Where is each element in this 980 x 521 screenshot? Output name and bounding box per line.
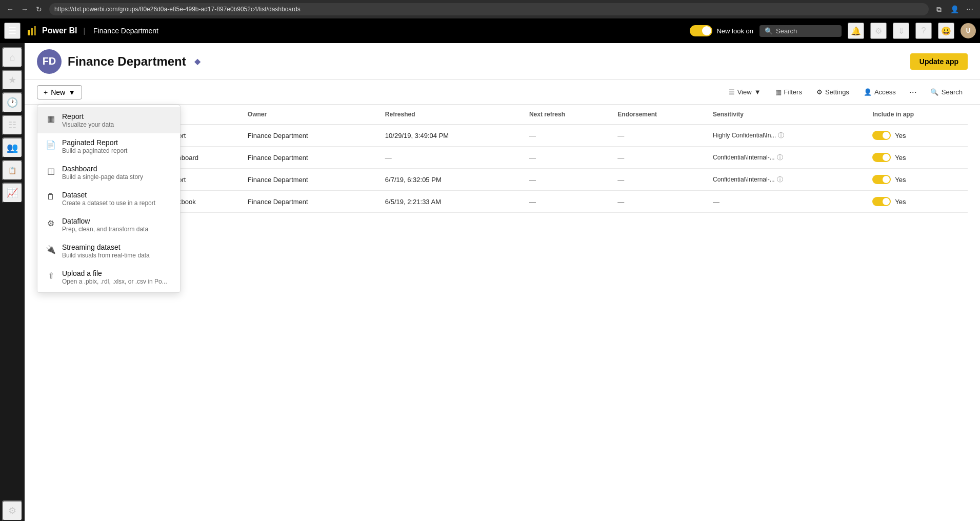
dropdown-item-desc-paginated_report: Build a paginated report [62, 147, 127, 154]
topnav-search-box[interactable]: 🔍 Search [759, 25, 842, 37]
dropdown-item-title-report: Report [62, 112, 114, 121]
profile-button[interactable]: 👤 [948, 3, 961, 15]
filters-action[interactable]: ▦ Filters [770, 86, 807, 98]
cell-endorsement: — [613, 191, 709, 213]
cell-include-in-app: Yes [868, 147, 968, 169]
dropdown-item-report[interactable]: ▦ Report Visualize your data [37, 107, 180, 133]
include-toggle[interactable] [872, 131, 891, 140]
sidebar-recents[interactable]: 🕐 [2, 92, 23, 113]
url-text: https://dxt.powerbi.com/groups/80e26d0a-… [54, 6, 301, 13]
col-next-refresh: Next refresh [525, 105, 613, 125]
extensions-button[interactable]: ⧉ [933, 3, 945, 15]
cell-owner: Finance Department [244, 169, 381, 191]
sidebar-browse[interactable]: 📋 [2, 160, 23, 181]
more-button[interactable]: ··· [905, 85, 921, 99]
workspace-header: FD Finance Department ◆ Update app [25, 43, 980, 80]
back-button[interactable]: ← [4, 3, 16, 15]
toolbar: + New ▼ ☰ View ▼ ▦ Filters ⚙ Settings 👤 … [25, 80, 980, 105]
cell-owner: Finance Department [244, 191, 381, 213]
dropdown-item-paginated_report[interactable]: 📄 Paginated Report Build a paginated rep… [37, 133, 180, 159]
more-options-button[interactable]: ⋯ [964, 3, 976, 15]
update-app-button[interactable]: Update app [910, 53, 968, 70]
sidebar-favorites[interactable]: ★ [2, 70, 23, 90]
cell-sensitivity: — [709, 191, 868, 213]
view-label: View [737, 88, 752, 96]
info-icon[interactable]: ⓘ [777, 176, 783, 183]
browser-actions: ⧉ 👤 ⋯ [933, 3, 976, 15]
cell-next-refresh: — [525, 147, 613, 169]
dropdown-item-upload_file[interactable]: ⇧ Upload a file Open a .pbix, .rdl, .xls… [37, 264, 180, 290]
content-area: FD Finance Department ◆ Update app + New… [25, 43, 980, 521]
sidebar-settings-bottom[interactable]: ⚙ [2, 500, 23, 521]
powerbi-logo: Power BI [27, 25, 77, 36]
refresh-button[interactable]: ↻ [33, 3, 45, 15]
dropdown-item-icon-dashboard: ◫ [46, 166, 56, 176]
cell-refreshed: 6/5/19, 2:21:33 AM [381, 191, 525, 213]
sidebar-metrics[interactable]: 📈 [2, 183, 23, 203]
dropdown-item-icon-dataflow: ⚙ [46, 218, 56, 228]
user-avatar[interactable]: U [961, 23, 976, 38]
col-endorsement: Endorsement [613, 105, 709, 125]
include-label: Yes [895, 176, 906, 184]
cell-refreshed: 10/29/19, 3:49:04 PM [381, 125, 525, 147]
svg-rect-2 [34, 26, 36, 35]
endorsed-icon: ◆ [194, 56, 201, 66]
cell-include-in-app: Yes [868, 125, 968, 147]
browser-nav-buttons: ← → ↻ [4, 3, 45, 15]
cell-sensitivity: Confidential\Internal-...ⓘ [709, 147, 868, 169]
include-toggle[interactable] [872, 197, 891, 206]
address-bar[interactable]: https://dxt.powerbi.com/groups/80e26d0a-… [49, 3, 929, 15]
main-layout: ⌂ ★ 🕐 ☷ 👥 📋 📈 ⚙ FD Finance Department ◆ … [0, 43, 980, 521]
access-action[interactable]: 👤 Access [858, 86, 901, 98]
workspace-avatar: FD [37, 49, 62, 74]
new-look-toggle[interactable] [690, 25, 712, 36]
workspace-name-nav: Finance Department [93, 27, 158, 35]
workspace-avatar-text: FD [43, 55, 56, 67]
search-action[interactable]: 🔍 Search [925, 86, 968, 98]
sidebar-apps[interactable]: ☷ [2, 115, 23, 135]
dropdown-item-streaming_dataset[interactable]: 🔌 Streaming dataset Build visuals from r… [37, 238, 180, 264]
new-look-toggle-container: New look on [690, 25, 753, 36]
filters-label: Filters [784, 88, 802, 96]
sidebar-workspace[interactable]: 👥 [2, 137, 23, 158]
info-icon[interactable]: ⓘ [777, 154, 783, 161]
search-icon: 🔍 [765, 27, 773, 35]
forward-button[interactable]: → [18, 3, 31, 15]
cell-next-refresh: — [525, 191, 613, 213]
cell-refreshed: — [381, 147, 525, 169]
include-toggle[interactable] [872, 153, 891, 162]
feedback-button[interactable]: 😀 [938, 23, 954, 39]
view-action[interactable]: ☰ View ▼ [724, 86, 766, 98]
sidebar-home[interactable]: ⌂ [2, 47, 23, 68]
dropdown-item-desc-streaming_dataset: Build visuals from real-time data [62, 252, 150, 259]
col-refreshed: Refreshed [381, 105, 525, 125]
search-placeholder: Search [776, 27, 797, 35]
hamburger-menu[interactable]: ☰ [4, 23, 21, 39]
new-btn-label: New [51, 88, 65, 96]
cell-next-refresh: — [525, 169, 613, 191]
cell-refreshed: 6/7/19, 6:32:05 PM [381, 169, 525, 191]
cell-sensitivity: Highly Confidential\In...ⓘ [709, 125, 868, 147]
include-toggle[interactable] [872, 175, 891, 184]
settings-action[interactable]: ⚙ Settings [811, 86, 854, 98]
access-label: Access [874, 88, 896, 96]
notification-button[interactable]: 🔔 [848, 23, 864, 39]
settings-button[interactable]: ⚙ [870, 23, 887, 39]
settings-icon: ⚙ [816, 88, 823, 96]
nav-separator: | [83, 27, 85, 35]
cell-owner: Finance Department [244, 147, 381, 169]
access-icon: 👤 [864, 88, 872, 96]
dropdown-item-desc-dataflow: Prep, clean, and transform data [62, 226, 148, 233]
view-icon: ☰ [729, 88, 735, 96]
dropdown-item-dashboard[interactable]: ◫ Dashboard Build a single-page data sto… [37, 159, 180, 186]
dropdown-item-dataset[interactable]: 🗒 Dataset Create a dataset to use in a r… [37, 186, 180, 212]
download-button[interactable]: ⇓ [893, 23, 909, 39]
new-button[interactable]: + New ▼ [37, 85, 82, 99]
dropdown-item-desc-dashboard: Build a single-page data story [62, 173, 143, 181]
filter-icon: ▦ [775, 88, 782, 96]
dropdown-item-dataflow[interactable]: ⚙ Dataflow Prep, clean, and transform da… [37, 212, 180, 238]
workspace-title: Finance Department [68, 54, 186, 69]
help-button[interactable]: ? [915, 23, 932, 39]
info-icon[interactable]: ⓘ [778, 132, 784, 139]
dropdown-item-icon-report: ▦ [46, 113, 56, 124]
